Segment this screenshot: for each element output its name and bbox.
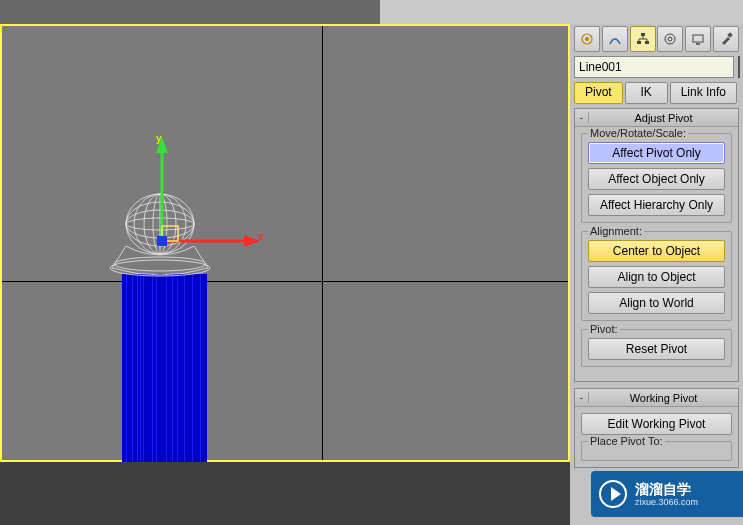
modify-tab-icon[interactable]	[602, 26, 628, 52]
svg-marker-11	[156, 137, 168, 153]
affect-object-only-button[interactable]: Affect Object Only	[588, 168, 725, 190]
align-to-object-button[interactable]: Align to Object	[588, 266, 725, 288]
svg-rect-19	[637, 41, 641, 44]
svg-rect-27	[693, 35, 703, 42]
svg-rect-20	[645, 41, 649, 44]
ik-subtab[interactable]: IK	[625, 82, 668, 104]
object-pillar	[122, 274, 207, 484]
svg-rect-18	[641, 33, 645, 36]
working-pivot-title: Working Pivot	[589, 392, 738, 404]
watermark: 溜溜自学 zixue.3066.com	[591, 471, 743, 517]
working-pivot-rollout: - Working Pivot Edit Working Pivot Place…	[574, 388, 739, 468]
rollout-toggle[interactable]: -	[575, 112, 589, 123]
viewport[interactable]: y x	[0, 24, 570, 462]
utilities-tab-icon[interactable]	[713, 26, 739, 52]
adjust-pivot-rollout: - Adjust Pivot Move/Rotate/Scale: Affect…	[574, 108, 739, 382]
pivot-subtab[interactable]: Pivot	[574, 82, 623, 104]
place-pivot-to-label: Place Pivot To:	[588, 435, 665, 447]
pivot-label: Pivot:	[588, 323, 620, 335]
affect-pivot-only-button[interactable]: Affect Pivot Only	[588, 142, 725, 164]
display-tab-icon[interactable]	[685, 26, 711, 52]
viewport-area: y x	[0, 0, 570, 525]
viewport-axis-v	[322, 26, 323, 460]
svg-marker-13	[244, 235, 260, 247]
motion-tab-icon[interactable]	[657, 26, 683, 52]
svg-rect-29	[727, 32, 733, 38]
align-to-world-button[interactable]: Align to World	[588, 292, 725, 314]
create-tab-icon[interactable]	[574, 26, 600, 52]
hierarchy-tab-icon[interactable]	[630, 26, 656, 52]
alignment-label: Alignment:	[588, 225, 644, 237]
svg-point-17	[585, 37, 589, 41]
reset-pivot-button[interactable]: Reset Pivot	[588, 338, 725, 360]
status-bar-area	[0, 462, 570, 525]
command-panel: Pivot IK Link Info - Adjust Pivot Move/R…	[570, 24, 743, 525]
object-color-swatch[interactable]	[738, 56, 740, 78]
watermark-url: zixue.3066.com	[635, 498, 698, 507]
gizmo-y-label: y	[156, 133, 162, 144]
svg-point-9	[114, 257, 206, 271]
link-info-subtab[interactable]: Link Info	[670, 82, 737, 104]
svg-point-26	[668, 37, 672, 41]
command-panel-tabs	[574, 26, 739, 52]
center-to-object-button[interactable]: Center to Object	[588, 240, 725, 262]
move-rotate-scale-label: Move/Rotate/Scale:	[588, 127, 688, 139]
play-icon	[599, 480, 627, 508]
affect-hierarchy-only-button[interactable]: Affect Hierarchy Only	[588, 194, 725, 216]
viewport-axis-h	[2, 281, 568, 282]
adjust-pivot-title: Adjust Pivot	[589, 112, 738, 124]
object-name-input[interactable]	[574, 56, 734, 78]
gizmo-x-label: x	[258, 231, 264, 242]
svg-point-25	[665, 34, 675, 44]
watermark-title: 溜溜自学	[635, 482, 698, 496]
svg-point-8	[110, 260, 210, 276]
rollout-toggle[interactable]: -	[575, 392, 589, 403]
edit-working-pivot-button[interactable]: Edit Working Pivot	[581, 413, 732, 435]
object-dome	[108, 186, 212, 282]
